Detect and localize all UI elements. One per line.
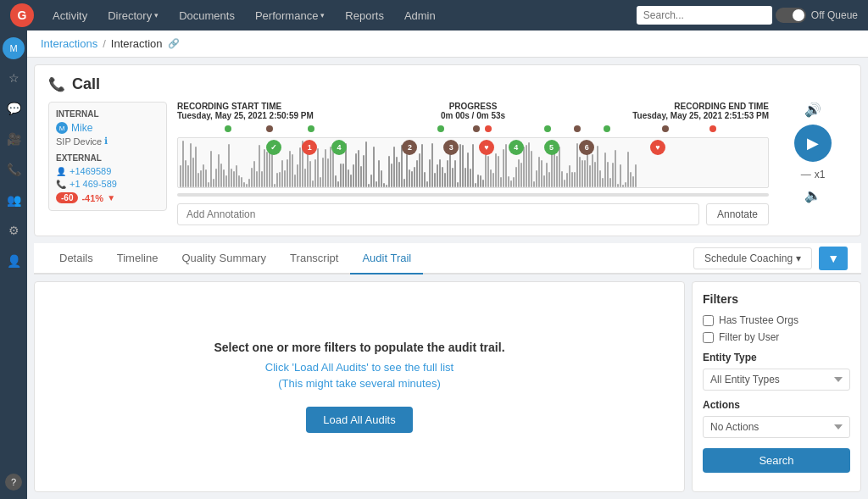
recording-end-label: RECORDING END TIME Tuesday, May 25, 2021… (632, 102, 769, 120)
link-icon: 🔗 (168, 38, 180, 49)
filter-by-user-checkbox[interactable] (703, 332, 714, 343)
speed-down-icon[interactable]: — (801, 169, 811, 180)
breadcrumb-parent[interactable]: Interactions (41, 37, 97, 50)
dot-green-1 (225, 125, 231, 132)
dot-green-4 (544, 125, 551, 132)
user-circle-icon: 👤 (56, 167, 66, 176)
tab-transcript[interactable]: Transcript (278, 243, 350, 274)
nav-directory[interactable]: Directory ▾ (99, 4, 167, 27)
progress-label: PROGRESS 0m 00s / 0m 53s (441, 102, 505, 120)
audit-title: Select one or more filters to populate t… (214, 341, 504, 354)
schedule-coaching-button[interactable]: Schedule Coaching ▾ (693, 247, 812, 269)
annotation-input[interactable] (177, 203, 699, 225)
breadcrumb: Interactions / Interaction 🔗 (27, 30, 868, 58)
score-badge: -60 (56, 192, 78, 203)
audit-subtitle: Click 'Load All Audits' to see the full … (265, 361, 453, 374)
external-number1[interactable]: 👤 +1469589 (56, 166, 159, 176)
play-button[interactable]: ▶ (794, 125, 832, 162)
breadcrumb-separator: / (103, 37, 106, 50)
call-title: Call (72, 75, 100, 93)
sidebar-icon-person[interactable]: 👤 (2, 249, 25, 273)
load-all-audits-button[interactable]: Load All Audits (306, 407, 412, 433)
dot-brown-1 (266, 125, 273, 132)
recording-start-label: RECORDING START TIME Tuesday, May 25, 20… (177, 102, 314, 120)
volume-up-icon[interactable]: 🔊 (804, 102, 821, 118)
nav-documents[interactable]: Documents (170, 4, 243, 27)
dot-brown-3 (574, 125, 581, 132)
internal-label: INTERNAL (56, 109, 159, 119)
dot-red-2 (709, 125, 716, 132)
interaction-panel: 📞 Call INTERNAL M Mike SIP Device ℹ (34, 64, 861, 236)
help-icon[interactable]: ? (5, 474, 22, 491)
tab-details[interactable]: Details (47, 243, 105, 274)
sip-device: SIP Device ℹ (56, 136, 159, 147)
tabs-bar: Details Timeline Quality Summary Transcr… (34, 243, 861, 274)
annotation-row: Annotate (177, 203, 769, 225)
tab-audit-trail[interactable]: Audit Trail (350, 243, 423, 274)
queue-label: Off Queue (811, 9, 858, 21)
queue-switch[interactable] (776, 8, 806, 23)
dot-green-5 (604, 125, 610, 132)
sidebar-icon-chat[interactable]: 💬 (2, 97, 25, 120)
chevron-down-icon: ▾ (320, 11, 325, 19)
phone-circle-icon: 📞 (56, 180, 66, 189)
waveform-display[interactable]: ✓ 1 4 2 3 ♥ 4 5 6 ♥ (177, 137, 769, 188)
speed-value: x1 (815, 169, 826, 180)
dot-green-2 (308, 125, 314, 132)
marker-dots-row (177, 124, 769, 134)
breadcrumb-current: Interaction (111, 37, 163, 50)
nav-performance[interactable]: Performance ▾ (247, 4, 333, 27)
trend-down-icon: ▼ (107, 193, 115, 202)
nav-admin[interactable]: Admin (396, 4, 444, 27)
chevron-down-icon: ▾ (796, 252, 801, 264)
tab-timeline[interactable]: Timeline (105, 243, 170, 274)
queue-toggle[interactable]: Off Queue (776, 8, 858, 23)
filter-by-user[interactable]: Filter by User (703, 331, 850, 343)
left-sidebar: M ☆ 💬 🎥 📞 👥 ⚙ 👤 (0, 30, 27, 499)
info-icon: ℹ (104, 136, 108, 147)
actions-select[interactable]: No Actions (703, 416, 850, 438)
search-button[interactable]: Search (703, 448, 850, 473)
has-trustee-orgs-checkbox[interactable] (703, 315, 714, 326)
score-badges: -60 -41% ▼ (56, 192, 159, 203)
speed-control: — x1 (801, 169, 826, 180)
chevron-down-icon: ▾ (154, 11, 159, 19)
sidebar-icon-settings[interactable]: ⚙ (2, 219, 25, 242)
volume-down-icon[interactable]: 🔈 (804, 187, 821, 203)
dot-green-3 (437, 125, 444, 132)
playback-controls: 🔊 ▶ — x1 🔈 (779, 102, 847, 203)
dot-brown-2 (473, 125, 480, 132)
sidebar-icon-users[interactable]: 👥 (2, 188, 25, 212)
sidebar-icon-star[interactable]: ☆ (2, 66, 25, 90)
dot-brown-4 (662, 125, 669, 132)
filter-icon: ▼ (827, 252, 839, 265)
sidebar-icon-phone[interactable]: 📞 (2, 158, 25, 181)
filter-button[interactable]: ▼ (819, 247, 848, 270)
external-label: EXTERNAL (56, 153, 159, 163)
entity-type-label: Entity Type (703, 352, 850, 363)
annotate-button[interactable]: Annotate (706, 203, 769, 225)
dot-red-1 (485, 125, 492, 132)
audit-note: (This might take several minutes) (278, 377, 440, 390)
sidebar-icon-video[interactable]: 🎥 (2, 127, 25, 151)
filter-has-trustee-orgs[interactable]: Has Trustee Orgs (703, 314, 850, 326)
time-labels: RECORDING START TIME Tuesday, May 25, 20… (177, 102, 769, 120)
pct-badge: -41% (81, 193, 103, 203)
person-icon: M (56, 122, 68, 134)
top-navigation: G Activity Directory ▾ Documents Perform… (0, 0, 868, 30)
filters-panel: Filters Has Trustee Orgs Filter by User … (692, 281, 861, 492)
waveform-section: RECORDING START TIME Tuesday, May 25, 20… (177, 102, 769, 225)
audit-trail-content: Select one or more filters to populate t… (34, 281, 685, 492)
nav-reports[interactable]: Reports (337, 4, 392, 27)
timeline-bar[interactable] (177, 193, 769, 197)
tab-quality-summary[interactable]: Quality Summary (170, 243, 278, 274)
nav-activity[interactable]: Activity (44, 4, 96, 27)
app-logo: G (10, 3, 34, 27)
global-search-input[interactable] (637, 6, 772, 25)
actions-label: Actions (703, 399, 850, 411)
filters-title: Filters (703, 292, 850, 306)
internal-person[interactable]: M Mike (56, 122, 159, 134)
user-avatar[interactable]: M (3, 37, 25, 59)
entity-type-select[interactable]: All Entity Types (703, 369, 850, 391)
external-number2[interactable]: 📞 +1 469-589 (56, 179, 159, 189)
